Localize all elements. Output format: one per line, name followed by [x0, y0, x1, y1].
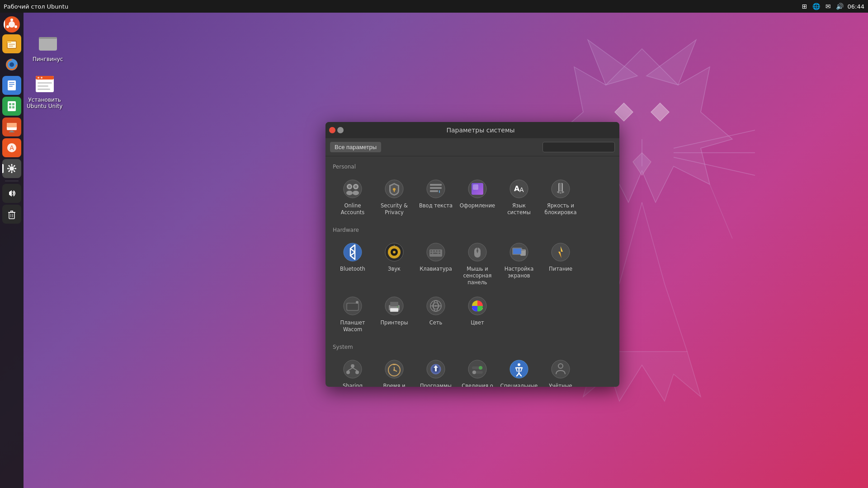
svg-line-14	[674, 157, 755, 175]
settings-item-text-input[interactable]: Ввод текста	[416, 174, 456, 220]
svg-rect-33	[9, 86, 13, 87]
dock-icon-settings[interactable]	[2, 159, 21, 178]
globe-icon[interactable]: 🌐	[812, 2, 821, 10]
application-dock: A	[0, 13, 24, 488]
settings-item-power[interactable]: Питание	[541, 238, 580, 290]
all-settings-button[interactable]: Все параметры	[330, 142, 381, 152]
desktop-icon-pingvinus[interactable]: Пингвинус	[31, 31, 65, 64]
svg-rect-42	[9, 131, 14, 132]
volume-icon[interactable]: 🔊	[836, 2, 844, 10]
svg-rect-57	[38, 82, 52, 84]
dock-icon-sound[interactable]	[2, 184, 21, 203]
settings-window: ✕ – Параметры системы Все параметры 🔍 Pe…	[326, 122, 619, 387]
svg-rect-73	[430, 190, 438, 192]
dock-icon-impress[interactable]	[2, 117, 21, 136]
personal-grid: OnlineAccounts Security &Privacy	[333, 174, 612, 220]
settings-item-brightness[interactable]: Яркость иблокировка	[541, 174, 580, 220]
settings-item-security[interactable]: Security &Privacy	[374, 174, 414, 220]
printers-icon	[383, 295, 405, 317]
hardware-grid: Bluetooth Звук	[333, 238, 612, 337]
svg-rect-47	[9, 212, 14, 219]
wacom-icon	[342, 295, 363, 317]
dock-icon-calc[interactable]	[2, 97, 21, 116]
settings-item-bluetooth[interactable]: Bluetooth	[333, 238, 373, 290]
mouse-label: Мышь исенсорнаяпанель	[463, 266, 491, 286]
keyboard-label: Клавиатура	[420, 266, 452, 272]
network-indicator-icon[interactable]: ⊞	[801, 2, 809, 10]
mouse-icon	[467, 241, 488, 263]
settings-item-printers[interactable]: Принтеры	[374, 291, 414, 337]
svg-point-45	[9, 166, 14, 171]
svg-rect-72	[430, 187, 442, 189]
svg-point-147	[479, 366, 482, 370]
svg-point-64	[354, 185, 357, 188]
svg-rect-51	[39, 37, 57, 51]
system-section-header: System	[333, 344, 612, 350]
window-minimize-button[interactable]: –	[337, 127, 344, 133]
svg-point-66	[353, 191, 359, 195]
svg-rect-99	[430, 253, 432, 254]
dock-icon-firefox[interactable]	[2, 55, 21, 74]
svg-point-87	[344, 243, 362, 261]
settings-item-online-accounts[interactable]: OnlineAccounts	[333, 174, 373, 220]
svg-rect-30	[8, 80, 16, 90]
window-toolbar: Все параметры 🔍	[326, 138, 619, 156]
window-title: Параметры системы	[345, 127, 616, 134]
mail-icon[interactable]: ✉	[824, 2, 832, 10]
dock-icon-files[interactable]	[2, 34, 21, 53]
svg-rect-95	[430, 250, 432, 252]
settings-item-network[interactable]: Сеть	[416, 291, 456, 337]
brightness-icon	[550, 178, 571, 200]
search-wrapper: 🔍	[542, 142, 615, 152]
svg-marker-46	[9, 190, 12, 197]
pingvinus-icon	[37, 33, 59, 54]
settings-item-sound[interactable]: Звук	[374, 238, 414, 290]
svg-point-20	[9, 21, 15, 28]
svg-rect-36	[12, 103, 14, 105]
settings-item-accounts[interactable]: Учётныезаписи	[541, 355, 580, 387]
svg-marker-2	[646, 40, 696, 85]
settings-item-sysinfo[interactable]: Сведения осистеме	[458, 355, 497, 387]
settings-item-accessibility[interactable]: Специальныевозможности	[499, 355, 539, 387]
settings-item-mouse[interactable]: Мышь исенсорнаяпанель	[458, 238, 497, 290]
svg-line-16	[710, 184, 732, 239]
svg-point-132	[346, 371, 350, 374]
settings-item-keyboard[interactable]: Клавиатура	[416, 238, 456, 290]
svg-marker-19	[633, 153, 651, 175]
desktop-icon-install-unity[interactable]: УстановитьUbuntu Unity	[25, 71, 64, 111]
svg-point-68	[393, 188, 396, 191]
bluetooth-icon	[342, 241, 363, 263]
power-label: Питание	[549, 266, 572, 272]
sysinfo-label: Сведения осистеме	[462, 383, 493, 387]
settings-item-displays[interactable]: Настройкаэкранов	[499, 238, 539, 290]
settings-item-appearance[interactable]: Оформление	[458, 174, 497, 220]
settings-item-datetime[interactable]: Время и дата	[374, 355, 414, 387]
svg-rect-97	[436, 250, 438, 252]
settings-item-color[interactable]: Цвет	[458, 291, 497, 337]
dock-icon-ubuntu[interactable]	[4, 16, 20, 33]
network-icon	[425, 295, 447, 317]
settings-item-software-updates[interactable]: Программыи обновления	[416, 355, 456, 387]
svg-rect-31	[9, 82, 14, 83]
dock-icon-software[interactable]: A	[2, 138, 21, 157]
window-titlebar: ✕ – Параметры системы	[326, 122, 619, 138]
svg-marker-4	[651, 103, 669, 121]
svg-point-62	[348, 185, 351, 188]
settings-item-language[interactable]: A A Языксистемы	[499, 174, 539, 220]
svg-rect-37	[9, 106, 11, 108]
accounts-label: Учётныезаписи	[549, 383, 572, 387]
svg-rect-32	[9, 84, 14, 85]
dock-separator	[5, 181, 19, 181]
window-close-button[interactable]: ✕	[329, 127, 335, 133]
settings-item-wacom[interactable]: ПланшетWacom	[333, 291, 373, 337]
svg-rect-27	[9, 46, 13, 47]
color-label: Цвет	[471, 319, 484, 326]
svg-rect-96	[433, 250, 435, 252]
dock-icon-trash[interactable]	[2, 205, 21, 224]
sysinfo-icon	[467, 358, 488, 380]
svg-rect-109	[513, 249, 521, 254]
dock-icon-writer[interactable]	[2, 76, 21, 95]
sharing-label: Sharing	[343, 383, 363, 387]
search-input[interactable]	[542, 142, 615, 152]
settings-item-sharing[interactable]: Sharing	[333, 355, 373, 387]
